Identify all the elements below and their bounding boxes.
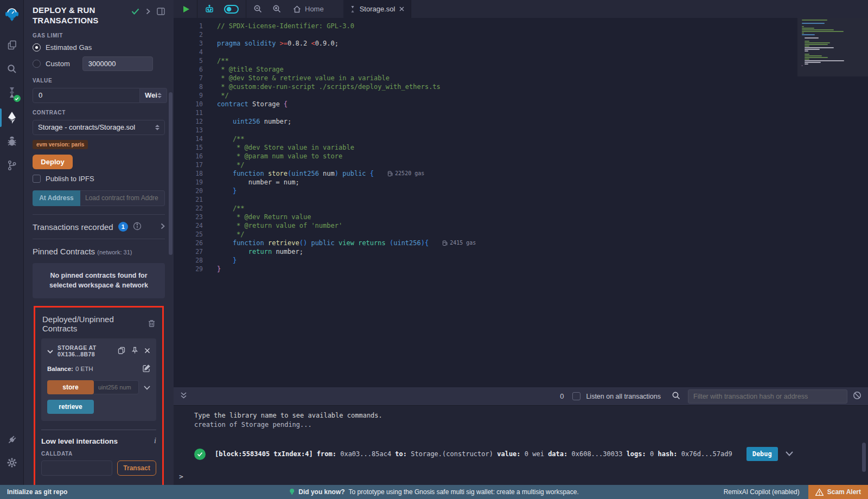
code-line[interactable]: 2	[174, 30, 868, 39]
scam-alert-button[interactable]: Scam Alert	[808, 485, 868, 499]
zoom-in-icon[interactable]	[267, 0, 286, 18]
code-line[interactable]: 14 /**	[174, 135, 868, 143]
custom-gas-input[interactable]	[82, 56, 153, 71]
code-line[interactable]: 24 * @return value of 'number'	[174, 221, 868, 230]
gas-estimate-annotation: 22520 gas	[388, 169, 424, 178]
debugger-icon[interactable]	[0, 131, 24, 152]
value-unit-select[interactable]: Wei	[140, 88, 167, 103]
low-level-info-icon[interactable]: i	[154, 437, 156, 445]
code-content[interactable]: 1// SPDX-License-Identifier: GPL-3.023pr…	[174, 18, 868, 387]
expand-tx-chevron-icon[interactable]	[786, 450, 793, 458]
transactions-recorded-row[interactable]: Transactions recorded 1	[33, 215, 165, 239]
edit-balance-icon[interactable]	[143, 364, 150, 373]
code-line[interactable]: 3pragma solidity >=0.8.2 <0.9.0;	[174, 39, 868, 48]
settings-gear-icon[interactable]	[0, 452, 24, 473]
terminal-scrollbar[interactable]	[862, 443, 866, 472]
at-address-button[interactable]: At Address	[33, 190, 80, 206]
code-line[interactable]: 4	[174, 48, 868, 56]
estimated-gas-radio[interactable]	[33, 43, 41, 52]
transact-button[interactable]: Transact	[117, 460, 156, 476]
code-line[interactable]: 23 * @dev Return value	[174, 213, 868, 221]
code-line[interactable]: 20 }	[174, 187, 868, 195]
code-line[interactable]: 8 * @custom:dev-run-script ./scripts/dep…	[174, 82, 868, 91]
panel-scrollbar[interactable]	[169, 92, 173, 255]
value-input[interactable]	[33, 88, 140, 103]
git-icon[interactable]	[0, 155, 24, 176]
code-line[interactable]: 10contract Storage {	[174, 100, 868, 108]
pinned-network-label: (network: 31)	[97, 249, 132, 255]
code-line[interactable]: 19 number = num;	[174, 178, 868, 187]
code-line[interactable]: 5/**	[174, 56, 868, 65]
custom-gas-option[interactable]: Custom	[33, 56, 165, 71]
code-line[interactable]: 18 function store(uint256 num) public {2…	[174, 169, 868, 178]
retrieve-function-button[interactable]: retrieve	[47, 400, 94, 414]
file-explorer-icon[interactable]	[0, 35, 24, 55]
debug-button[interactable]: Debug	[746, 447, 778, 461]
code-line[interactable]: 9 */	[174, 91, 868, 100]
collapse-terminal-icon[interactable]	[180, 392, 187, 401]
search-icon[interactable]	[0, 59, 24, 79]
deploy-run-icon[interactable]	[0, 107, 24, 128]
home-tab[interactable]: Home	[286, 5, 330, 13]
calldata-label: CALLDATA	[41, 451, 156, 457]
publish-ipfs-checkbox[interactable]	[33, 175, 41, 183]
copilot-toggle[interactable]	[219, 0, 244, 18]
contract-select[interactable]: Storage - contracts/Storage.sol	[33, 120, 165, 135]
deploy-button[interactable]: Deploy	[33, 155, 73, 169]
ai-copilot-robot-icon[interactable]	[200, 0, 219, 18]
chevron-right-icon[interactable]	[146, 8, 150, 16]
code-line[interactable]: 27 return number;	[174, 247, 868, 256]
code-line[interactable]: 15 * @dev Store value in variable	[174, 143, 868, 152]
close-tab-icon[interactable]	[399, 7, 404, 11]
code-line[interactable]: 11	[174, 108, 868, 117]
copy-address-icon[interactable]	[118, 347, 125, 356]
copilot-status[interactable]: RemixAI Copilot (enabled)	[724, 488, 808, 496]
code-line[interactable]: 12 uint256 number;	[174, 117, 868, 126]
tab-storage-sol[interactable]: Storage.sol	[343, 0, 412, 18]
estimated-gas-option[interactable]: Estimated Gas	[33, 43, 165, 52]
code-line[interactable]: 22 /**	[174, 204, 868, 213]
at-address-input[interactable]	[80, 190, 165, 206]
code-line[interactable]: 7 * @dev Store & retrieve value in a var…	[174, 74, 868, 82]
code-line[interactable]: 21	[174, 195, 868, 204]
terminal-output[interactable]: Type the library name to see available c…	[174, 406, 868, 485]
code-line[interactable]: 1// SPDX-License-Identifier: GPL-3.0	[174, 22, 868, 30]
terminal-filter-input[interactable]	[688, 389, 847, 404]
store-arg-input[interactable]	[94, 380, 139, 394]
pin-contract-icon[interactable]	[131, 347, 138, 356]
calldata-input[interactable]	[41, 460, 112, 476]
code-text: }	[203, 265, 221, 273]
zoom-out-icon[interactable]	[248, 0, 267, 18]
terminal-search-icon[interactable]	[672, 391, 680, 402]
remove-contract-icon[interactable]	[144, 347, 150, 355]
expand-chevron-icon[interactable]	[161, 223, 165, 231]
remix-logo-icon[interactable]	[0, 4, 24, 25]
git-init-button[interactable]: Initialize as git repo	[0, 488, 67, 496]
code-line[interactable]: 25 */	[174, 230, 868, 239]
minimap[interactable]	[802, 20, 860, 67]
clear-terminal-icon[interactable]	[853, 391, 861, 402]
expand-args-chevron-icon[interactable]	[144, 383, 150, 392]
code-text: function retrieve() public view returns …	[203, 239, 429, 247]
custom-gas-radio[interactable]	[33, 60, 41, 68]
code-line[interactable]: 28 }	[174, 256, 868, 265]
transaction-log-row[interactable]: [block:5583405 txIndex:4] from: 0xa03...…	[194, 447, 868, 461]
code-line[interactable]: 26 function retrieve() public view retur…	[174, 239, 868, 247]
run-script-icon[interactable]	[174, 0, 195, 18]
listen-all-checkbox[interactable]	[572, 392, 580, 400]
terminal-prompt[interactable]: >	[179, 472, 183, 481]
code-line[interactable]: 29}	[174, 265, 868, 273]
code-line[interactable]: 6 * @title Storage	[174, 65, 868, 74]
publish-ipfs-option[interactable]: Publish to IPFS	[33, 175, 165, 183]
info-icon[interactable]	[133, 222, 142, 232]
code-line[interactable]: 16 * @param num value to store	[174, 152, 868, 161]
code-line[interactable]: 17 */	[174, 161, 868, 169]
collapse-chevron-icon[interactable]	[47, 347, 53, 355]
store-function-button[interactable]: store	[47, 380, 94, 394]
contract-instance-label[interactable]: STORAGE AT 0X136...8B78	[58, 344, 113, 357]
pin-panel-icon[interactable]	[157, 8, 165, 17]
trash-icon[interactable]	[148, 319, 155, 329]
solidity-compiler-icon[interactable]	[0, 82, 24, 103]
code-line[interactable]: 13	[174, 126, 868, 135]
plugin-manager-icon[interactable]	[0, 430, 24, 450]
